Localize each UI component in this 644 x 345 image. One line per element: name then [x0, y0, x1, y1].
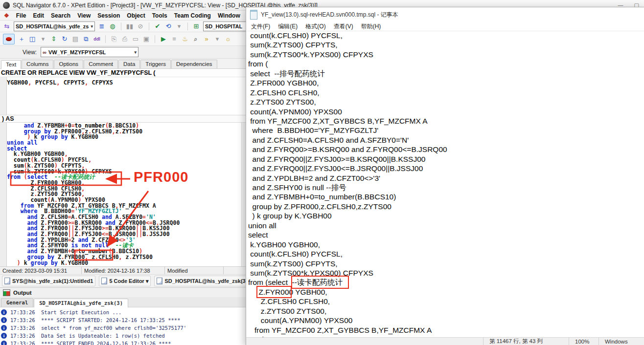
web-support-icon[interactable]: ◍	[109, 22, 116, 31]
menu-item[interactable]: File	[16, 12, 26, 19]
notepad-line: select	[248, 230, 644, 239]
cursor-position: 第 11467 行, 第 43 列	[483, 338, 569, 345]
grid-page-icon[interactable]: ▣	[142, 35, 150, 43]
sql-page-icon[interactable]: ▤	[71, 35, 79, 43]
print-page-icon[interactable]: ⎙	[121, 35, 129, 43]
output-tab[interactable]: General	[1, 298, 33, 307]
separator	[121, 22, 121, 30]
notepad-line: Z.CFLSH0 CFLSH0,	[248, 297, 644, 306]
ddl-icon[interactable]: ddl	[93, 35, 101, 43]
log-line: i 17:33:26 Start Script Execution ...	[0, 308, 246, 316]
notepad-menu-item[interactable]: 文件(F)	[251, 22, 270, 31]
record-button[interactable]	[3, 34, 15, 44]
log-text: **** SCRIPT ENDED 2024-12-16 17:33:26 **…	[41, 341, 171, 345]
output-log[interactable]: i 17:33:26 Start Script Execution ... i …	[0, 307, 246, 345]
updown-arrows-icon[interactable]: ⇕	[50, 35, 58, 43]
rollback-icon[interactable]: ⟲	[164, 22, 172, 31]
copy-page-icon[interactable]: ⎘	[110, 35, 118, 43]
view-combobox[interactable]: ∞ VW_YF_MZYFPYCFSL ▾	[41, 47, 138, 57]
connection-combobox[interactable]: SD_HOSPITAL@his_ydfe_zs ▾	[14, 22, 95, 31]
export-page-icon[interactable]: ▭	[132, 35, 139, 43]
menu-item[interactable]: Tools	[152, 12, 167, 19]
connection-value: SD_HOSPITAL@his_ydfe_zs	[16, 23, 89, 29]
document-tab[interactable]: 5 Code Editor ▾	[99, 276, 151, 286]
hint-bulb-icon[interactable]: ☼	[224, 35, 232, 43]
separator	[149, 22, 149, 30]
info-icon: i	[1, 333, 7, 339]
object-tab[interactable]: Data	[118, 60, 140, 68]
menu-item[interactable]: View	[77, 12, 91, 19]
menu-item[interactable]: Window	[218, 12, 240, 19]
notepad-line: where B.BBDH00='YF_MZYFGZLTJ'	[248, 126, 644, 135]
notepad-menu-item[interactable]: 查看(V)	[334, 22, 353, 31]
notepad-line: and Z.FYRQ00>=B.KSRQ00 and Z.FYRQ00<=B.J…	[248, 145, 644, 154]
notepad-line: sum(k.ZYTS00) CFPYTS,	[248, 259, 644, 268]
notepad-window: YF_view(13.0).sql-revHEAD.svn000.tmp.sql…	[246, 7, 644, 345]
notepad-line: count(k.CFLSH0) PYCFSL,	[248, 249, 644, 259]
object-tab[interactable]: Triggers	[140, 60, 171, 68]
oil-can-icon[interactable]: ♨	[181, 35, 189, 43]
editor-gutter	[0, 123, 7, 266]
editor-scrollbar[interactable]	[241, 123, 246, 266]
log-line: i 17:33:26 select * from yf_mzcf00 where…	[0, 324, 246, 332]
notepad-line: and Z.SFHY00 is null --排号	[248, 183, 644, 192]
notepad-line: from YF_MZCF00 Z,XT_GYBBCS B,YF_MZCFMX A	[248, 325, 644, 335]
find-icon[interactable]: ⌕	[192, 35, 200, 43]
chevron-down-icon[interactable]: ▾	[213, 35, 221, 43]
object-tab[interactable]: Comment	[84, 60, 118, 68]
object-tab[interactable]: Dependencies	[171, 60, 217, 68]
commit-icon[interactable]: ✔	[154, 22, 161, 31]
notepad-menu-item[interactable]: 帮助(H)	[361, 22, 381, 31]
chevron-down-icon[interactable]: ▾	[39, 35, 47, 43]
format-list-icon[interactable]: ≡	[170, 35, 178, 43]
session-browser-icon[interactable]: ≣	[98, 22, 106, 31]
object-tab[interactable]: Text	[1, 60, 21, 69]
pause-icon[interactable]: ▮▮	[126, 22, 134, 31]
document-tabs: SYS@his_ydfe_zsk(1):Untitled1 5 Code Edi…	[0, 274, 246, 287]
chevron-down-icon[interactable]: ▾	[175, 22, 183, 31]
db-copy-icon[interactable]: ⧉	[82, 35, 90, 43]
schema-tree-icon: ⊞	[192, 22, 200, 31]
output-icon	[3, 289, 10, 296]
view-columns-editor[interactable]: YGBH00, PYCFSL, CFPYTS, CFPYXS	[0, 77, 246, 115]
notepad-menu-item[interactable]: 格式(O)	[305, 22, 325, 31]
more-actions-icon[interactable]: »	[203, 35, 210, 43]
log-time: 17:33:26	[10, 309, 38, 315]
menu-item[interactable]: Search	[51, 12, 70, 19]
code-line: union all	[7, 140, 242, 146]
output-tab[interactable]: SD_HOSPITAL@his_ydfe_zsk(3)	[34, 299, 128, 307]
notepad-line: k.YGBH00 YGBH00,	[248, 240, 644, 249]
notepad-statusbar: 第 11467 行, 第 43 列 100% Windows	[246, 337, 644, 345]
object-tab[interactable]: Options	[54, 60, 83, 68]
notepad-line: Z.CFLSH0 CFLSH0,	[248, 88, 644, 97]
execute-icon[interactable]: ▶	[160, 35, 167, 43]
menu-item[interactable]: Edit	[33, 12, 44, 19]
notepad-line: from YF_MZCF00 Z,XT_GYBBCS B,YF_MZCFMX A	[248, 116, 644, 126]
view-value: VW_YF_MZYFPYCFSL	[48, 49, 106, 55]
notepad-menu-item[interactable]: 编辑(E)	[278, 22, 298, 31]
stop-icon[interactable]: ⊘	[137, 22, 144, 31]
notepad-titlebar[interactable]: YF_view(13.0).sql-revHEAD.svn000.tmp.sql…	[246, 7, 644, 22]
document-tab[interactable]: SD_HOSPITAL@his_ydfe_zsk(3):..	[154, 276, 246, 286]
notepad-line: and Z.CFLSH0=A.CFLSH0 and A.SFZBY0='N'	[248, 135, 644, 145]
notepad-line: sum(k.ZYTS00*k.YPXS00) CFPYXS	[248, 268, 644, 278]
object-tab[interactable]: Columns	[22, 60, 53, 68]
separator	[105, 35, 106, 43]
menu-item[interactable]: Object	[127, 12, 145, 19]
sql-code-editor[interactable]: and Z.YFBMBH+0=to_number(B.BBCS10) group…	[0, 123, 246, 266]
refresh-icon[interactable]: ↻	[61, 35, 69, 43]
menu-item[interactable]: Team Coding	[174, 12, 211, 19]
sqlnav-app-icon	[3, 2, 10, 9]
log-line: i 17:33:26 Data Set is Updateable: 1 row…	[0, 332, 246, 340]
log-text: select * from yf_mzcf00 where cflsh0='32…	[41, 325, 186, 331]
document-tab-label: 5 Code Editor ▾	[109, 278, 148, 284]
notepad-line: union all	[248, 221, 644, 230]
add-icon[interactable]: ＋	[18, 35, 25, 43]
desktop: SQL Navigator 6.7.0 - XPert Edition - [P…	[0, 0, 644, 345]
menu-item[interactable]: Session	[97, 12, 120, 19]
notepad-text-area[interactable]: count(k.CFLSH0) PYCFSL, sum(k.ZYTS00) CF…	[246, 31, 644, 338]
db-add-icon[interactable]: ◫	[28, 35, 36, 43]
log-time: 17:33:26	[10, 317, 38, 323]
output-panel-header[interactable]: Output	[0, 287, 246, 297]
document-tab[interactable]: SYS@his_ydfe_zsk(1):Untitled1	[2, 276, 95, 286]
